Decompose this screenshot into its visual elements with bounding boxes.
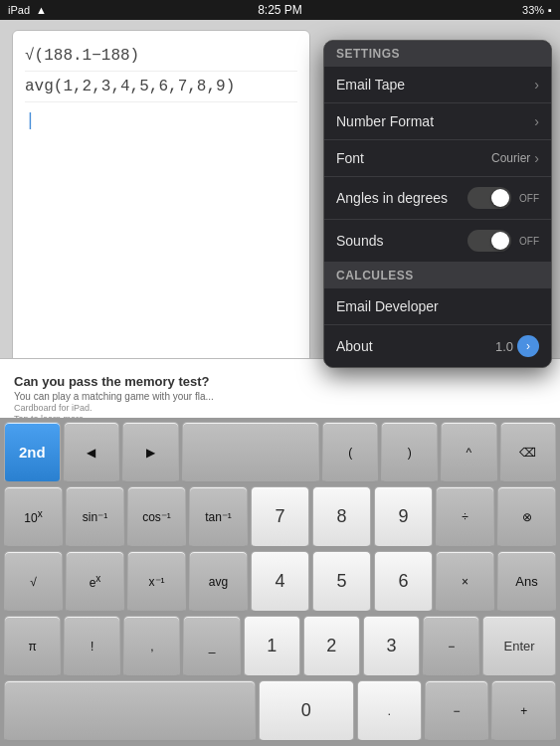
about-label: About: [336, 338, 373, 354]
key-row-4: π ! , _ 1 2 3 − Enter: [4, 616, 556, 677]
sounds-toggle[interactable]: [467, 230, 511, 252]
tape-line-1: √(188.1−188): [25, 41, 297, 72]
key-caret[interactable]: ^: [441, 422, 497, 483]
main-area: √(188.1−188) avg(1,2,3,4,5,6,7,8,9) | 🕐 …: [0, 20, 560, 438]
key-multiply[interactable]: ×: [436, 551, 494, 613]
key-subtract[interactable]: −: [423, 616, 479, 677]
key-exp[interactable]: ex: [66, 551, 124, 613]
key-row-2: 10x sin⁻¹ cos⁻¹ tan⁻¹ 7 8 9 ÷ ⊗: [4, 486, 556, 548]
calculess-header: Calculess: [324, 263, 551, 288]
angles-label: Angles in degrees: [336, 190, 448, 206]
key-9[interactable]: 9: [374, 486, 433, 548]
key-7[interactable]: 7: [251, 486, 309, 548]
settings-popover: Settings Email Tape › Number Format › Fo…: [323, 40, 552, 368]
tape-cursor: |: [25, 110, 297, 130]
key-underscore[interactable]: _: [183, 616, 240, 677]
key-enter[interactable]: Enter: [482, 616, 556, 677]
font-label: Font: [336, 150, 364, 166]
battery-icon: ▪: [548, 4, 552, 16]
device-label: iPad: [8, 4, 30, 16]
number-format-label: Number Format: [336, 113, 434, 129]
clear-icon: ⊗: [522, 510, 532, 524]
angles-toggle-label: OFF: [519, 193, 539, 204]
key-ans[interactable]: Ans: [497, 551, 556, 613]
battery-label: 33%: [522, 4, 544, 16]
angles-toggle[interactable]: [467, 187, 511, 209]
time-display: 8:25 PM: [258, 3, 302, 17]
email-developer-label: Email Developer: [336, 298, 439, 314]
key-row-1: 2nd ◀ ▶ ( ) ^ ⌫: [4, 422, 556, 483]
email-tape-chevron: ›: [534, 77, 539, 93]
key-arctan[interactable]: tan⁻¹: [189, 486, 248, 548]
number-format-chevron: ›: [534, 113, 539, 129]
tape-line-2: avg(1,2,3,4,5,6,7,8,9): [25, 72, 297, 102]
key-avg[interactable]: avg: [189, 551, 248, 613]
key-add[interactable]: +: [491, 680, 556, 742]
email-developer-row[interactable]: Email Developer: [324, 288, 551, 325]
ad-title: Can you pass the memory test?: [14, 374, 546, 389]
key-4[interactable]: 4: [251, 551, 309, 613]
ad-text-line2: Cardboard for iPad.: [14, 403, 546, 413]
key-close-paren[interactable]: ): [381, 422, 438, 483]
font-chevron: ›: [534, 150, 539, 166]
key-arcsin[interactable]: sin⁻¹: [66, 486, 124, 548]
settings-header: Settings: [324, 41, 551, 67]
sounds-row[interactable]: Sounds OFF: [324, 220, 551, 263]
key-10x[interactable]: 10x: [4, 486, 63, 548]
key-5[interactable]: 5: [312, 551, 371, 613]
key-1[interactable]: 1: [244, 616, 300, 677]
key-row-3: √ ex x⁻¹ avg 4 5 6 × Ans: [4, 551, 556, 613]
font-value: Courier: [491, 151, 530, 165]
key-factorial[interactable]: !: [64, 616, 120, 677]
about-version: 1.0: [495, 339, 513, 354]
key-open-paren[interactable]: (: [322, 422, 379, 483]
key-clear[interactable]: ⊗: [497, 486, 556, 548]
sounds-label: Sounds: [336, 233, 383, 249]
key-3[interactable]: 3: [363, 616, 420, 677]
key-comma[interactable]: ,: [123, 616, 180, 677]
key-dot[interactable]: .: [357, 680, 422, 742]
key-left-arrow[interactable]: ◀: [64, 422, 120, 483]
key-backspace[interactable]: ⌫: [500, 422, 557, 483]
email-tape-row[interactable]: Email Tape ›: [324, 67, 551, 103]
ad-text-line1: You can play a matching game with your f…: [14, 391, 546, 402]
key-2nd[interactable]: 2nd: [4, 422, 61, 483]
number-format-row[interactable]: Number Format ›: [324, 103, 551, 140]
about-row[interactable]: About 1.0 ›: [324, 325, 551, 367]
key-6[interactable]: 6: [374, 551, 433, 613]
angles-row[interactable]: Angles in degrees OFF: [324, 177, 551, 220]
key-negate[interactable]: −: [425, 680, 489, 742]
key-divide[interactable]: ÷: [436, 486, 494, 548]
key-0[interactable]: 0: [259, 680, 354, 742]
key-arccos[interactable]: cos⁻¹: [127, 486, 186, 548]
backspace-icon: ⌫: [519, 446, 536, 460]
key-row-5: 0 . − +: [4, 680, 556, 742]
status-bar: iPad ▲ 8:25 PM 33% ▪: [0, 0, 560, 20]
key-inverse[interactable]: x⁻¹: [127, 551, 186, 613]
about-info-button[interactable]: ›: [517, 335, 539, 357]
wifi-icon: ▲: [36, 4, 47, 16]
font-row[interactable]: Font Courier ›: [324, 140, 551, 177]
key-pi[interactable]: π: [4, 616, 61, 677]
sounds-toggle-label: OFF: [519, 236, 539, 247]
key-2[interactable]: 2: [303, 616, 360, 677]
about-arrow-icon: ›: [526, 339, 530, 353]
key-8[interactable]: 8: [312, 486, 371, 548]
key-right-arrow[interactable]: ▶: [122, 422, 179, 483]
email-tape-label: Email Tape: [336, 77, 405, 93]
keyboard: 2nd ◀ ▶ ( ) ^ ⌫ 10x sin⁻¹ cos⁻¹ tan⁻¹ 7 …: [0, 418, 560, 746]
key-sqrt[interactable]: √: [4, 551, 63, 613]
